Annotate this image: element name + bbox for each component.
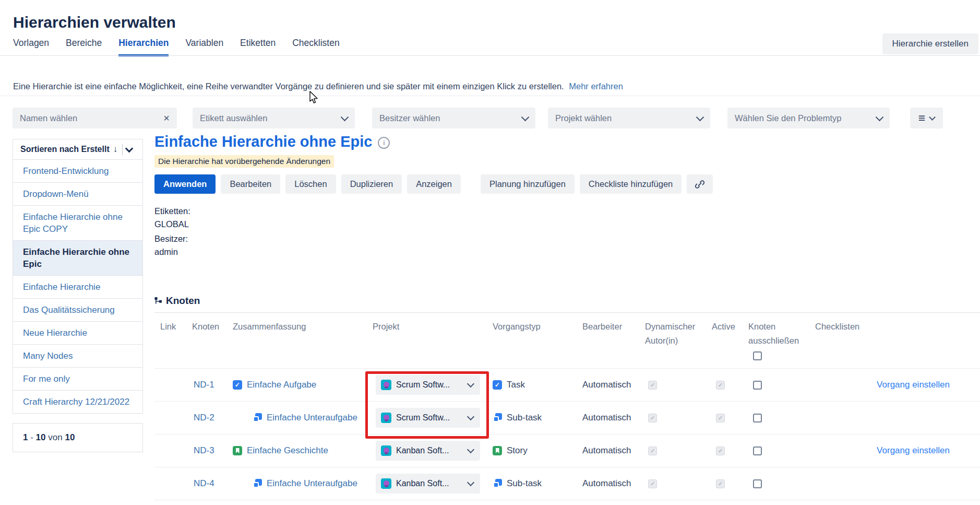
summary-link[interactable]: Einfache Unteraufgabe [267, 413, 357, 423]
project-avatar-icon [381, 413, 391, 423]
sidebar-hierarchy-item[interactable]: Craft Hierarchy 12/21/2022 [13, 390, 142, 413]
project-select-value: Scrum Softw... [396, 380, 450, 390]
sidebar-hierarchy-item[interactable]: Einfache Hierarchie [13, 275, 142, 298]
node-row: ND-2 Einfache Unteraufgabe Scrum Softw..… [154, 401, 980, 434]
sidebar-hierarchy-item[interactable]: Many Nodes [13, 344, 142, 367]
sort-label: Sortieren nach Erstellt [20, 145, 110, 154]
node-row: ND-1 Einfache Aufgabe Scrum Softw... [154, 368, 980, 401]
nodes-divider [154, 312, 980, 313]
project-select-value: Kanban Soft... [396, 479, 449, 488]
exclude-node-checkbox[interactable] [753, 447, 762, 455]
project-select-value: Kanban Soft... [396, 446, 449, 455]
issuetype-label: Sub-task [507, 413, 542, 423]
clear-icon[interactable]: × [163, 113, 170, 123]
summary-cell: Einfache Unteraufgabe [229, 413, 368, 423]
project-select[interactable]: Scrum Softw... [376, 408, 480, 428]
dynamic-author-cell [641, 414, 708, 422]
hierarchy-sidebar: Sortieren nach Erstellt ↓ Frontend-Entwi… [13, 139, 143, 452]
set-issue-link[interactable]: Vorgang einstellen [877, 445, 950, 455]
nodes-table-header: Link Knoten Zusammenfassung Projekt Vorg… [154, 320, 980, 360]
project-cell: Scrum Softw... [368, 375, 488, 395]
issuetype-filter-select[interactable]: Wählen Sie den Problemtyp [727, 108, 890, 128]
issue-type-icon [493, 413, 502, 422]
exclude-all-checkbox[interactable] [753, 351, 762, 360]
link-icon [695, 179, 705, 190]
summary-link[interactable]: Einfache Geschichte [247, 445, 328, 456]
learn-more-link[interactable]: Mehr erfahren [569, 81, 623, 91]
hierarchy-title: Einfache Hierarchie ohne Epic [154, 133, 372, 150]
label-filter-select[interactable]: Etikett auswählen [193, 108, 355, 128]
issue-type-icon [233, 446, 242, 455]
project-select[interactable]: Kanban Soft... [376, 441, 480, 461]
active-cell [708, 479, 744, 488]
pagination: 1 - 10 von 10 [13, 423, 143, 452]
sidebar-item-label: Einfache Hierarchie [23, 282, 100, 292]
node-key[interactable]: ND-4 [188, 478, 229, 489]
sidebar-hierarchy-item[interactable]: Einfache Hierarchie ohne Epic [13, 240, 142, 275]
edit-button[interactable]: Bearbeiten [221, 174, 280, 194]
exclude-node-checkbox[interactable] [753, 414, 762, 422]
nodes-section-header: Knoten [154, 295, 980, 307]
description-divider [0, 96, 980, 96]
name-filter-input[interactable]: Namen wählen × [13, 108, 177, 128]
project-select[interactable]: Kanban Soft... [376, 474, 480, 494]
col-dynamic-author: Dynamischer Autor(in) [641, 320, 708, 360]
node-key[interactable]: ND-3 [188, 445, 229, 456]
delete-button[interactable]: Löschen [285, 174, 336, 194]
project-cell: Kanban Soft... [368, 474, 488, 494]
tab-hierarchien[interactable]: Hierarchien [118, 38, 169, 56]
add-planning-button[interactable]: Planung hinzufügen [481, 174, 575, 194]
issuetype-label: Sub-task [507, 478, 542, 489]
project-select[interactable]: Scrum Softw... [376, 375, 480, 395]
col-exclude: Knoten ausschließen [744, 320, 811, 360]
hierarchy-title-row: Einfache Hierarchie ohne Epic i [154, 133, 980, 150]
chevron-down-icon[interactable] [125, 145, 134, 153]
summary-link[interactable]: Einfache Unteraufgabe [267, 478, 357, 489]
info-icon[interactable]: i [378, 137, 390, 149]
tab-checklisten[interactable]: Checklisten [292, 38, 339, 56]
project-filter-placeholder: Projekt wählen [555, 113, 612, 123]
node-key[interactable]: ND-1 [188, 380, 229, 390]
node-key[interactable]: ND-2 [188, 413, 229, 423]
tab-bereiche[interactable]: Bereiche [66, 38, 102, 56]
tab-bar: Vorlagen Bereiche Hierarchien Variablen … [13, 38, 340, 56]
create-hierarchy-button[interactable]: Hierarchie erstellen [882, 33, 978, 54]
hierarchy-meta: Etiketten: GLOBAL Besitzer: admin [154, 205, 980, 259]
project-filter-select[interactable]: Projekt wählen [548, 108, 710, 128]
sidebar-hierarchy-item[interactable]: Dropdown-Menü [13, 182, 142, 205]
duplicate-button[interactable]: Duplizieren [341, 174, 402, 194]
sidebar-hierarchy-item[interactable]: Neue Hierarchie [13, 321, 142, 344]
sidebar-hierarchy-item[interactable]: For me only [13, 367, 142, 390]
summary-link[interactable]: Einfache Aufgabe [247, 380, 316, 390]
filter-menu-button[interactable]: ≡ [910, 108, 943, 128]
checklist-cell: Vorgang einstellen [811, 445, 980, 456]
copy-link-button[interactable] [687, 174, 713, 194]
issue-type-icon [493, 380, 502, 390]
set-issue-link[interactable]: Vorgang einstellen [877, 380, 950, 390]
dynamic-author-cell [641, 447, 708, 455]
sidebar-hierarchy-item[interactable]: Das Qualitätssicherung [13, 298, 142, 321]
tab-vorlagen[interactable]: Vorlagen [13, 38, 49, 56]
checklist-cell: Vorgang einstellen [811, 380, 980, 390]
active-checkbox [716, 479, 725, 488]
col-issuetype: Vorgangstyp [488, 320, 578, 360]
dynamic-author-checkbox [648, 447, 657, 455]
sidebar-hierarchy-item[interactable]: Frontend-Entwicklung [13, 159, 142, 182]
chevron-down-icon [467, 413, 474, 420]
sort-control[interactable]: Sortieren nach Erstellt ↓ [13, 139, 142, 159]
exclude-node-checkbox[interactable] [753, 381, 762, 390]
sort-direction-icon[interactable]: ↓ [113, 144, 118, 155]
chevron-down-icon [521, 113, 530, 121]
show-button[interactable]: Anzeigen [407, 174, 461, 194]
owner-filter-select[interactable]: Besitzer wählen [372, 108, 535, 128]
issue-type-icon [493, 479, 502, 488]
apply-button[interactable]: Anwenden [154, 174, 216, 194]
tab-variablen[interactable]: Variablen [185, 38, 223, 56]
issue-type-icon [233, 380, 242, 390]
exclude-node-checkbox[interactable] [753, 479, 762, 488]
tab-etiketten[interactable]: Etiketten [240, 38, 276, 56]
sidebar-hierarchy-item[interactable]: Einfache Hierarchie ohne Epic COPY [13, 205, 142, 240]
sidebar-item-label: For me only [23, 374, 70, 384]
name-filter-placeholder: Namen wählen [20, 113, 77, 123]
add-checklist-button[interactable]: Checkliste hinzufügen [580, 174, 682, 194]
